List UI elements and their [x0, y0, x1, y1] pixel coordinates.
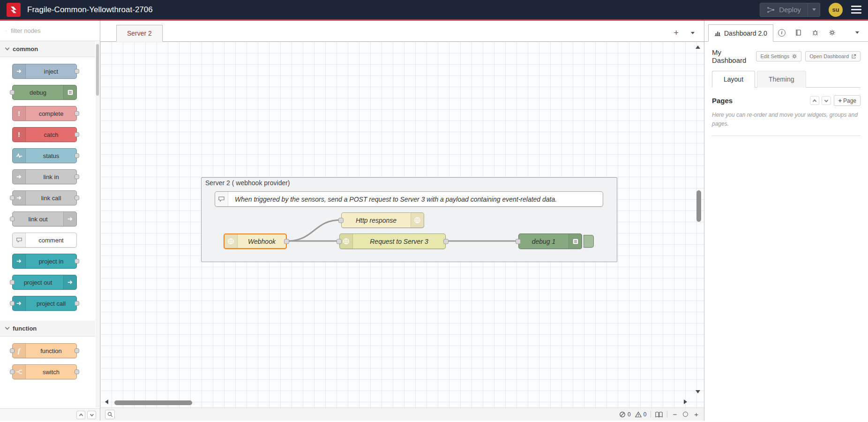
output-port[interactable]	[284, 239, 289, 244]
menu-button[interactable]	[851, 6, 861, 14]
chevron-down-icon	[812, 8, 816, 11]
warning-count-value: 0	[644, 411, 647, 418]
input-port[interactable]	[516, 239, 521, 244]
node-label: Http response	[342, 217, 411, 224]
warning-count[interactable]: 0	[635, 411, 647, 418]
inject-icon	[13, 64, 26, 78]
palette-category-function[interactable]: function	[0, 321, 95, 337]
palette-node-comment[interactable]: comment	[12, 233, 77, 248]
palette-node-link-in[interactable]: link in	[12, 169, 77, 184]
globe-icon	[224, 234, 238, 248]
palette-node-link-out[interactable]: link out	[12, 211, 77, 226]
horizontal-scrollbar-thumb[interactable]	[114, 400, 192, 405]
exclamation-icon: !	[13, 106, 26, 121]
zoom-reset-icon	[683, 412, 688, 417]
chevron-down-icon	[691, 32, 695, 34]
tab-theming[interactable]: Theming	[757, 71, 806, 88]
error-count-value: 0	[628, 411, 631, 418]
input-port	[10, 301, 15, 306]
pages-heading: Pages	[712, 97, 808, 105]
palette-node-switch[interactable]: switch	[12, 364, 77, 379]
add-page-button[interactable]: + Page	[834, 95, 861, 106]
palette-filter-input[interactable]	[10, 27, 94, 35]
user-avatar[interactable]: su	[829, 3, 843, 17]
edit-settings-button[interactable]: Edit Settings	[756, 51, 801, 61]
deploy-label: Deploy	[779, 6, 801, 14]
dashboard-title: My Dashboard	[712, 48, 752, 64]
zoom-in-button[interactable]: +	[693, 411, 699, 418]
error-icon	[619, 411, 626, 418]
add-flow-button[interactable]: +	[671, 28, 681, 38]
input-port[interactable]	[337, 239, 342, 244]
flow-node-debug-1[interactable]: debug 1	[518, 234, 582, 249]
chevron-down-icon	[5, 325, 10, 330]
comment-node[interactable]: When triggered by the sensors, send a PO…	[215, 191, 603, 207]
deploy-icon	[767, 7, 775, 13]
add-page-label: Page	[843, 98, 856, 104]
navigator-toggle-button[interactable]	[655, 411, 663, 418]
output-port[interactable]	[443, 239, 449, 244]
palette-node-project-in[interactable]: project in	[12, 254, 77, 269]
sidebar-tab-config[interactable]	[824, 24, 841, 41]
chevron-down-icon	[855, 31, 859, 34]
flow-canvas[interactable]: Server 2 ( webhook provider) When trigge…	[100, 42, 704, 407]
palette-node-inject[interactable]: inject	[12, 64, 77, 79]
sidebar-tab-info[interactable]: i	[773, 24, 790, 41]
zoom-reset-button[interactable]	[682, 412, 689, 417]
open-dashboard-button[interactable]: Open Dashboard	[805, 51, 861, 61]
flow-tab-server-2[interactable]: Server 2	[116, 25, 163, 42]
palette-node-label: project in	[26, 258, 76, 265]
scroll-up-arrow[interactable]	[696, 45, 700, 49]
expand-categories-button[interactable]	[87, 411, 96, 419]
vertical-scrollbar-thumb[interactable]	[696, 190, 701, 222]
divider	[667, 411, 667, 418]
flow-node-http-response[interactable]: Http response	[341, 212, 424, 228]
palette-node-catch[interactable]: ! catch	[12, 127, 77, 142]
tab-layout[interactable]: Layout	[712, 71, 755, 88]
palette-scrollbar-thumb[interactable]	[96, 44, 99, 96]
search-flows-button[interactable]	[105, 410, 115, 419]
deploy-button-group: Deploy	[760, 3, 820, 17]
workspace-tabbar: Server 2 +	[100, 21, 704, 42]
palette-node-project-out[interactable]: project out	[12, 275, 77, 290]
zoom-out-button[interactable]: −	[672, 411, 678, 418]
palette-category-common[interactable]: common	[0, 41, 95, 57]
input-port[interactable]	[338, 218, 344, 223]
sidebar-tab-dashboard[interactable]: Dashboard 2.0	[708, 24, 773, 42]
deploy-options-button[interactable]	[808, 3, 820, 16]
scroll-right-arrow[interactable]	[684, 399, 687, 404]
error-count[interactable]: 0	[619, 411, 631, 418]
move-page-up-button[interactable]	[810, 96, 819, 105]
deploy-button[interactable]: Deploy	[760, 3, 808, 16]
sidebar-tab-debug[interactable]	[807, 24, 824, 41]
scroll-left-arrow[interactable]	[105, 399, 108, 404]
flow-group-label: Server 2 ( webhook provider)	[205, 179, 290, 187]
bug-icon	[812, 29, 819, 36]
flow-list-button[interactable]	[688, 31, 697, 35]
flow-node-webhook[interactable]: Webhook	[224, 234, 287, 249]
scroll-down-arrow[interactable]	[696, 390, 700, 393]
move-page-down-button[interactable]	[822, 96, 831, 105]
palette-node-complete[interactable]: ! complete	[12, 106, 77, 121]
app-logo-icon[interactable]	[7, 3, 21, 17]
palette-node-project-call[interactable]: project call	[12, 296, 77, 311]
palette-node-label: complete	[26, 110, 76, 117]
palette-node-label: catch	[26, 131, 76, 138]
edit-settings-label: Edit Settings	[760, 53, 789, 59]
flow-node-request-to-server-3[interactable]: Request to Server 3	[339, 234, 446, 249]
sidebar-tab-label: Dashboard 2.0	[724, 30, 767, 37]
project-icon	[63, 275, 76, 289]
exclamation-icon: !	[13, 128, 26, 142]
collapse-categories-button[interactable]	[76, 411, 85, 419]
input-port	[10, 196, 15, 200]
input-port	[10, 348, 15, 353]
palette-node-debug[interactable]: debug	[12, 85, 77, 100]
palette-node-function[interactable]: f function	[12, 343, 77, 358]
palette-scrollbar[interactable]	[96, 42, 99, 407]
sidebar-tab-help[interactable]	[790, 24, 807, 41]
debug-toggle-button[interactable]	[584, 235, 594, 248]
palette-node-status[interactable]: status	[12, 148, 77, 163]
sidebar-options-button[interactable]	[850, 24, 864, 41]
palette-node-link-call[interactable]: link call	[12, 190, 77, 205]
input-port	[10, 280, 15, 285]
